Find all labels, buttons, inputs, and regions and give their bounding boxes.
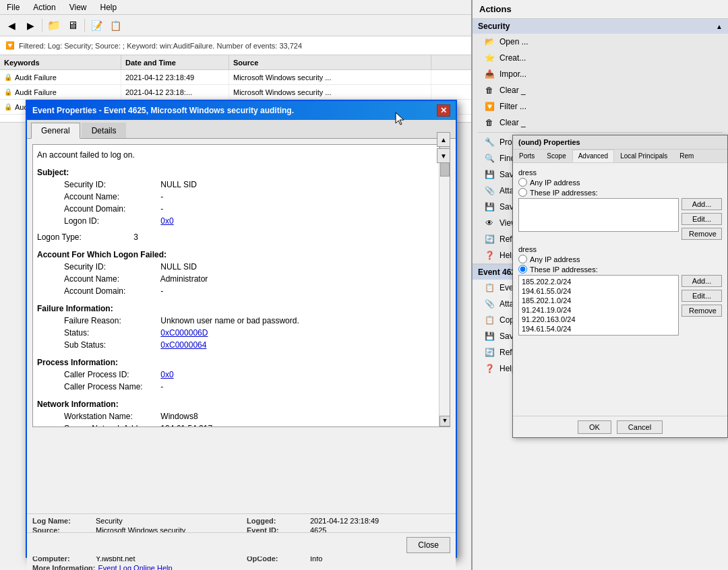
menu-view[interactable]: View xyxy=(65,1,91,13)
remote-any-label: Any IP address xyxy=(530,255,580,263)
action-filter[interactable]: 🔽 Filter ... xyxy=(473,98,728,115)
remote-any-radio-input[interactable] xyxy=(518,255,527,263)
account-domain-label: Account Domain: xyxy=(64,203,158,215)
security-section-header[interactable]: Security ▲ xyxy=(473,19,728,34)
filter-button[interactable]: 📋 xyxy=(107,18,124,34)
fw-local-btn-group: Add... Edit... Remove xyxy=(681,198,722,240)
local-these-radio-input[interactable] xyxy=(518,188,527,197)
caller-pid-label: Caller Process ID: xyxy=(64,369,158,381)
caller-pid-row: Caller Process ID: 0x0 xyxy=(64,369,446,381)
status-label: Status: xyxy=(64,327,158,339)
scrollbar-down-btn[interactable]: ▼ xyxy=(439,416,450,426)
substatus-row: Sub Status: 0xC0000064 xyxy=(64,339,446,351)
open-action-icon: 📂 xyxy=(483,36,495,48)
action-clear-1[interactable]: 🗑 Clear _ xyxy=(473,82,728,98)
account-domain-value: - xyxy=(160,204,163,214)
dialog-close-bottom-button[interactable]: Close xyxy=(406,537,450,553)
forward-button[interactable]: ▶ xyxy=(22,18,39,34)
open-button[interactable]: 📁 xyxy=(45,18,63,34)
action-open[interactable]: 📂 Open ... xyxy=(473,34,728,50)
fw-ok-button[interactable]: OK xyxy=(578,420,611,434)
fw-tab-local-principals[interactable]: Local Principals xyxy=(614,150,673,162)
security-id-row: Security ID: NULL SID xyxy=(64,179,446,191)
refresh-event-icon: 🔄 xyxy=(483,346,495,358)
fw-tab-ports[interactable]: Ports xyxy=(513,150,541,162)
logon-id-value[interactable]: 0x0 xyxy=(160,216,173,226)
filter-icon: 🔽 xyxy=(5,41,15,50)
action-clear-2[interactable]: 🗑 Clear _ xyxy=(473,115,728,131)
caller-pid-value[interactable]: 0x0 xyxy=(160,370,173,379)
fw-remote-address-label: dress xyxy=(518,245,722,253)
save-event-icon: 💾 xyxy=(483,330,495,342)
dialog-close-button[interactable]: ✕ xyxy=(437,104,450,117)
cell-source-0: Microsoft Windows security ... xyxy=(229,70,431,84)
network-info-label: Network Information: xyxy=(37,398,446,410)
fw-local-edit-btn[interactable]: Edit... xyxy=(681,213,722,225)
col-header-keywords[interactable]: Keywords xyxy=(0,55,121,69)
dialog-content: An account failed to log on. Subject: Se… xyxy=(27,139,456,513)
filter-action-icon: 🔽 xyxy=(483,100,495,113)
computer-button[interactable]: 🖥 xyxy=(64,18,82,34)
local-any-radio-input[interactable] xyxy=(518,178,527,187)
fw-tab-advanced[interactable]: Advanced xyxy=(572,150,614,162)
process-info-label: Process Information: xyxy=(37,356,446,369)
table-row[interactable]: 🔒 Audit Failure 2021-04-12 23:18:... Mic… xyxy=(0,85,471,100)
fw-local-remove-btn[interactable]: Remove xyxy=(681,228,722,240)
tab-details[interactable]: Details xyxy=(82,123,127,138)
col-header-source[interactable]: Source xyxy=(229,55,431,69)
properties-button[interactable]: 📝 xyxy=(88,18,105,34)
event-text-scrollbar: ▲ ▼ xyxy=(439,145,450,426)
ip-item-5[interactable]: 194.61.54.0/24 xyxy=(520,324,677,334)
fw-cancel-button[interactable]: Cancel xyxy=(617,420,663,434)
fw-remote-any-radio[interactable]: Any IP address xyxy=(518,255,722,263)
fw-remote-edit-btn[interactable]: Edit... xyxy=(681,290,722,302)
fw-remote-add-btn[interactable]: Add... xyxy=(681,275,722,287)
failure-reason-value: Unknown user name or bad password. xyxy=(160,316,299,325)
fw-remote-section: dress Any IP address These IP addresses:… xyxy=(518,245,722,338)
table-row[interactable]: 🔒 Audit Failure 2021-04-12 23:18:49 Micr… xyxy=(0,70,471,85)
caller-pname-row: Caller Process Name: - xyxy=(64,381,446,393)
security-id-label: Security ID: xyxy=(64,179,158,191)
ip-item-3[interactable]: 91.241.19.0/24 xyxy=(520,305,677,315)
acct-name-label: Account Name: xyxy=(64,273,158,285)
action-import[interactable]: 📥 Impor... xyxy=(473,66,728,82)
caller-pname-value: - xyxy=(160,382,163,391)
fw-local-section: dress Any IP address These IP addresses:… xyxy=(518,168,722,240)
tab-general[interactable]: General xyxy=(31,123,80,139)
nav-down-button[interactable]: ▼ xyxy=(437,148,450,163)
menu-help[interactable]: Help xyxy=(96,1,121,13)
account-name-value: - xyxy=(160,192,163,201)
fw-tab-rem[interactable]: Rem xyxy=(673,150,700,162)
ip-item-4[interactable]: 91.220.163.0/24 xyxy=(520,315,677,324)
fw-remote-remove-btn[interactable]: Remove xyxy=(681,305,722,317)
actions-panel-title: Actions xyxy=(473,0,728,19)
logon-type-label: Logon Type: xyxy=(37,231,131,243)
more-info-link[interactable]: Event Log Online Help xyxy=(98,564,173,570)
lock-icon: 🔒 xyxy=(4,103,12,110)
attach-action-icon: 📎 xyxy=(483,185,495,197)
fw-local-address-label: dress xyxy=(518,168,722,177)
action-create[interactable]: ⭐ Creat... xyxy=(473,50,728,66)
fw-local-any-radio[interactable]: Any IP address xyxy=(518,178,722,187)
substatus-value[interactable]: 0xC0000064 xyxy=(160,340,206,350)
local-these-label: These IP addresses: xyxy=(530,189,598,197)
acct-sec-id-label: Security ID: xyxy=(64,261,158,273)
nav-up-button[interactable]: ▲ xyxy=(437,139,450,147)
help-event-icon: ❓ xyxy=(483,362,495,375)
fw-tab-scope[interactable]: Scope xyxy=(541,150,572,162)
col-header-datetime[interactable]: Date and Time xyxy=(121,55,229,69)
menu-action[interactable]: Action xyxy=(29,1,59,13)
fw-local-add-btn[interactable]: Add... xyxy=(681,198,722,210)
back-button[interactable]: ◀ xyxy=(3,18,20,34)
remote-these-radio-input[interactable] xyxy=(518,265,527,274)
ip-item-1[interactable]: 194.61.55.0/24 xyxy=(520,286,677,296)
menu-file[interactable]: File xyxy=(3,1,24,13)
view-action-icon: 👁 xyxy=(483,217,495,229)
ip-item-2[interactable]: 185.202.1.0/24 xyxy=(520,296,677,305)
fw-remote-these-radio[interactable]: These IP addresses: xyxy=(518,265,722,274)
ip-item-0[interactable]: 185.202.2.0/24 xyxy=(520,277,677,286)
status-value[interactable]: 0xC000006D xyxy=(160,328,208,338)
security-expand-icon: ▲ xyxy=(716,23,723,30)
fw-local-these-radio[interactable]: These IP addresses: xyxy=(518,188,722,197)
security-section-label: Security xyxy=(478,22,510,31)
